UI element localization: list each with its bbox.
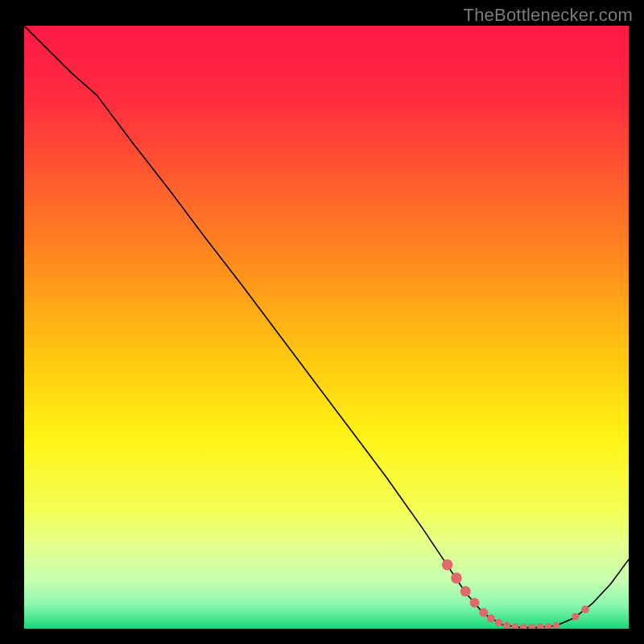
curve-marker [553,622,559,629]
curve-marker [470,598,480,608]
watermark-label: TheBottleneсker.com [464,5,633,26]
curve-marker [520,624,527,631]
curve-marker [487,614,495,622]
curve-marker [528,624,535,631]
curve-marker [495,619,502,626]
bottleneck-chart [0,0,644,644]
curve-marker [545,623,551,630]
curve-marker [581,605,589,613]
curve-marker [537,624,544,631]
curve-marker [511,623,518,630]
curve-marker [451,572,462,584]
curve-marker [479,608,488,617]
curve-marker [442,559,453,571]
plot-background [24,26,629,629]
curve-marker [572,613,579,620]
curve-marker [460,586,471,597]
chart-frame: TheBottleneсker.com [0,0,644,644]
curve-marker [503,621,510,629]
